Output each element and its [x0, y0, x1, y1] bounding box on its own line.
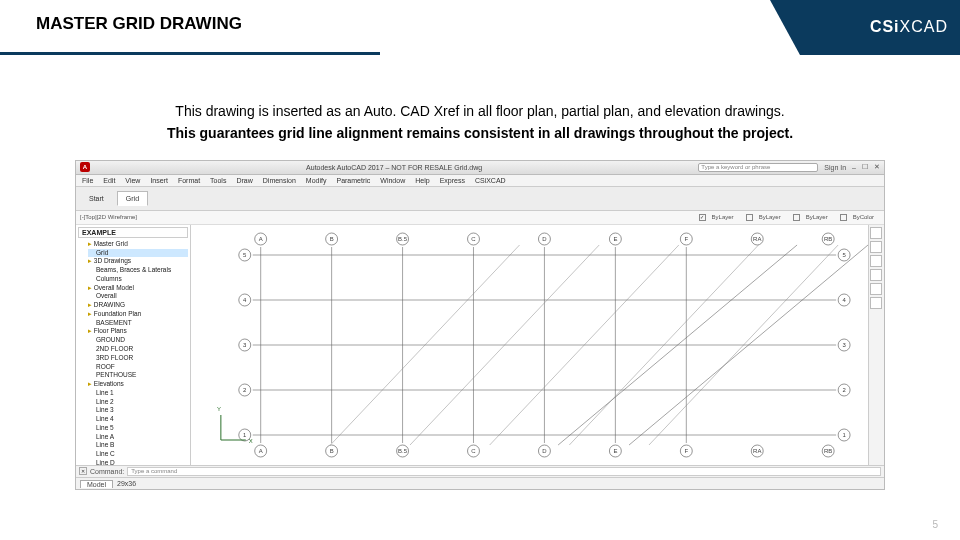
window-max-icon[interactable]: ☐ — [862, 163, 868, 171]
chk-bylayer-3[interactable] — [793, 214, 800, 221]
menu-view[interactable]: View — [125, 177, 140, 184]
tree-item[interactable]: Grid — [88, 249, 188, 258]
svg-text:RA: RA — [753, 447, 761, 453]
menu-draw[interactable]: Draw — [236, 177, 252, 184]
body-line-2: This guarantees grid line alignment rema… — [30, 122, 930, 144]
tree-item[interactable]: 2ND FLOOR — [88, 345, 188, 354]
titlebar-filename: Autodesk AutoCAD 2017 – NOT FOR RESALE G… — [96, 164, 692, 171]
svg-text:E: E — [613, 447, 617, 453]
nav-cube-icon[interactable] — [870, 227, 882, 239]
brand-badge: CSiXCAD — [800, 0, 960, 55]
menu-format[interactable]: Format — [178, 177, 200, 184]
tree-item[interactable]: ▸ Elevations — [88, 380, 188, 389]
title-underline — [0, 52, 380, 55]
svg-text:C: C — [471, 447, 476, 453]
svg-text:RB: RB — [824, 235, 832, 241]
svg-text:RA: RA — [753, 235, 761, 241]
tree-item[interactable]: ROOF — [88, 363, 188, 372]
tree-item[interactable]: Line 2 — [88, 398, 188, 407]
tree-item[interactable]: Line 3 — [88, 406, 188, 415]
drawing-canvas[interactable]: AABBB.5B.5CCDDEEFFRARARBRB1122334455XY — [191, 225, 868, 465]
lbl-bylayer-2: ByLayer — [759, 214, 781, 220]
brand-prefix: CSi — [870, 18, 900, 35]
tree-item[interactable]: Line A — [88, 433, 188, 442]
svg-text:B.5: B.5 — [398, 447, 408, 453]
chk-bylayer-1[interactable]: ✓ — [699, 214, 706, 221]
tree-item[interactable]: Line 4 — [88, 415, 188, 424]
menu-file[interactable]: File — [82, 177, 93, 184]
tree-item[interactable]: Beams, Braces & Laterals — [88, 266, 188, 275]
tree-item[interactable]: ▸ 3D Drawings — [88, 257, 188, 266]
lbl-bylayer-3: ByLayer — [806, 214, 828, 220]
svg-text:Y: Y — [217, 406, 221, 412]
lbl-bylayer-1: ByLayer — [712, 214, 734, 220]
svg-text:F: F — [684, 447, 688, 453]
svg-text:B: B — [330, 235, 334, 241]
svg-text:D: D — [542, 235, 547, 241]
autocad-screenshot: A Autodesk AutoCAD 2017 – NOT FOR RESALE… — [75, 160, 885, 490]
menu-window[interactable]: Window — [380, 177, 405, 184]
menu-tools[interactable]: Tools — [210, 177, 226, 184]
window-close-icon[interactable]: ✕ — [874, 163, 880, 171]
menu-help[interactable]: Help — [415, 177, 429, 184]
tree-item[interactable]: Line C — [88, 450, 188, 459]
tab-grid[interactable]: Grid — [117, 191, 148, 206]
svg-text:F: F — [684, 235, 688, 241]
svg-text:A: A — [259, 447, 263, 453]
menu-express[interactable]: Express — [440, 177, 465, 184]
chk-bylayer-2[interactable] — [746, 214, 753, 221]
tree-item[interactable]: 3RD FLOOR — [88, 354, 188, 363]
tree-item[interactable]: BASEMENT — [88, 319, 188, 328]
chk-bycolor[interactable] — [840, 214, 847, 221]
cad-ribbon: Start Grid — [76, 187, 884, 211]
menu-csixcad[interactable]: CSiXCAD — [475, 177, 506, 184]
menu-parametric[interactable]: Parametric — [336, 177, 370, 184]
model-tab[interactable]: Model — [80, 480, 113, 488]
cmd-input[interactable]: Type a command — [127, 467, 881, 476]
tree-item[interactable]: Overall — [88, 292, 188, 301]
search-input[interactable]: Type a keyword or phrase — [698, 163, 818, 172]
cad-menubar: FileEditViewInsertFormatToolsDrawDimensi… — [76, 175, 884, 187]
tree-item[interactable]: ▸ Overall Model — [88, 284, 188, 293]
tree-item[interactable]: Columns — [88, 275, 188, 284]
orbit-icon[interactable] — [870, 269, 882, 281]
menu-dimension[interactable]: Dimension — [263, 177, 296, 184]
svg-text:B.5: B.5 — [398, 235, 408, 241]
cmd-close-icon[interactable]: ✕ — [79, 467, 87, 475]
tree-item[interactable]: Line 5 — [88, 424, 188, 433]
zoom-icon[interactable] — [870, 255, 882, 267]
svg-text:D: D — [542, 447, 547, 453]
app-logo-icon[interactable]: A — [80, 162, 90, 172]
tree-item[interactable]: Line B — [88, 441, 188, 450]
viewport-label: [-]Top][2D Wireframe] — [80, 214, 137, 220]
status-coords: 29x36 — [117, 480, 136, 487]
tree-item[interactable]: GROUND — [88, 336, 188, 345]
svg-text:X: X — [249, 438, 253, 444]
page-title: MASTER GRID DRAWING — [0, 0, 242, 34]
body-line-1: This drawing is inserted as an Auto. CAD… — [30, 100, 930, 122]
tree-title: EXAMPLE — [78, 227, 188, 238]
steering-wheel-icon[interactable] — [870, 283, 882, 295]
showmotion-icon[interactable] — [870, 297, 882, 309]
window-min-icon[interactable]: – — [852, 164, 856, 171]
cad-bottom-bar: ✕ Command: Type a command Model 29x36 — [76, 465, 884, 489]
menu-modify[interactable]: Modify — [306, 177, 327, 184]
svg-text:RB: RB — [824, 447, 832, 453]
svg-text:E: E — [613, 235, 617, 241]
svg-text:B: B — [330, 447, 334, 453]
brand-suffix: XCAD — [900, 18, 948, 35]
cad-titlebar: A Autodesk AutoCAD 2017 – NOT FOR RESALE… — [76, 161, 884, 175]
tab-start[interactable]: Start — [80, 191, 113, 206]
menu-insert[interactable]: Insert — [150, 177, 168, 184]
tree-item[interactable]: ▸ Floor Plans — [88, 327, 188, 336]
project-tree[interactable]: EXAMPLE ▸ Master GridGrid▸ 3D DrawingsBe… — [76, 225, 191, 465]
cmd-label: Command: — [90, 468, 124, 475]
tree-item[interactable]: Line 1 — [88, 389, 188, 398]
pan-icon[interactable] — [870, 241, 882, 253]
tree-item[interactable]: PENTHOUSE — [88, 371, 188, 380]
menu-edit[interactable]: Edit — [103, 177, 115, 184]
tree-item[interactable]: ▸ Foundation Plan — [88, 310, 188, 319]
tree-item[interactable]: ▸ Master Grid — [88, 240, 188, 249]
tree-item[interactable]: ▸ DRAWING — [88, 301, 188, 310]
sign-in-link[interactable]: Sign In — [824, 164, 846, 171]
